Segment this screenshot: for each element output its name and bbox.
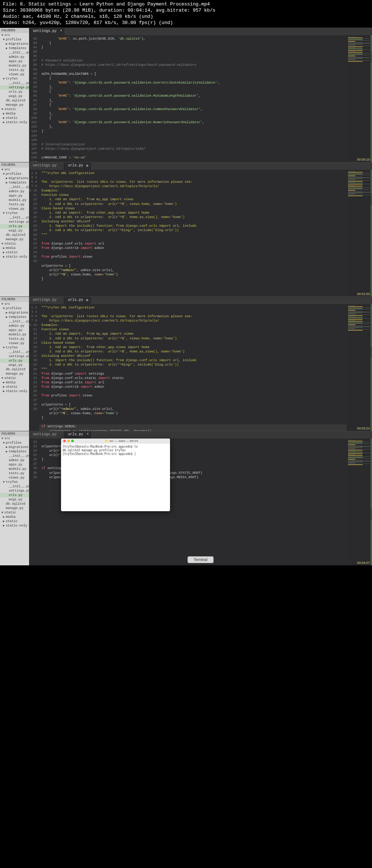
tree-item[interactable]: urls.py	[0, 224, 29, 229]
minimap[interactable]	[347, 170, 372, 296]
tree-item[interactable]: views.py	[0, 207, 29, 211]
tree-item[interactable]: __init__.py	[0, 350, 29, 354]
tree-item[interactable]: ▶migrations	[0, 311, 29, 315]
tree-item[interactable]: db.sqlite3	[0, 98, 29, 103]
tree-item[interactable]: ▶templates	[0, 449, 29, 454]
tree-item[interactable]: db.sqlite3	[0, 367, 29, 372]
tree-item[interactable]: wsgi.py	[0, 363, 29, 367]
tree-item[interactable]: db.sqlite3	[0, 502, 29, 506]
tree-item[interactable]: ▼static	[0, 107, 29, 112]
tree-item[interactable]: urls.py	[0, 493, 29, 497]
tree-item[interactable]: ▼profiles	[0, 172, 29, 176]
tree-item[interactable]: apps.py	[0, 59, 29, 64]
tree-item[interactable]: ▼tryTen	[0, 77, 29, 81]
tab[interactable]: urls.py	[64, 162, 91, 170]
tab[interactable]: settings.py	[29, 162, 64, 170]
tree-item[interactable]: admin.py	[0, 324, 29, 328]
tree-item[interactable]: __init__.py	[0, 81, 29, 85]
tree-item[interactable]: wsgi.py	[0, 497, 29, 502]
tree-item[interactable]: manage.py	[0, 372, 29, 376]
minimap[interactable]	[347, 35, 372, 162]
tree-item[interactable]: ▼profiles	[0, 37, 29, 42]
tab[interactable]: settings.py×	[29, 28, 64, 35]
tree-item[interactable]: ▶media	[0, 380, 29, 385]
tree-item[interactable]: ▶templates	[0, 181, 29, 185]
tree-item[interactable]: ▼static	[0, 242, 29, 246]
tree-item[interactable]: ▶static-only	[0, 255, 29, 259]
close-icon[interactable]: ×	[87, 432, 89, 436]
tree-item[interactable]: models.py	[0, 64, 29, 68]
tree-item[interactable]: ▼src	[0, 302, 29, 306]
tree-item[interactable]: ▶media	[0, 515, 29, 519]
tree-item[interactable]: ▶static	[0, 385, 29, 389]
code-content[interactable]: 'NAME': os.path.join(BASE_DIR, 'db.sqlit…	[39, 35, 347, 162]
tree-item[interactable]: tests.py	[0, 68, 29, 72]
tree-item[interactable]: ▶migrations	[0, 445, 29, 449]
code-content[interactable]: """tryTen URL Configuration The `urlpatt…	[39, 170, 347, 296]
tree-item[interactable]: urls.py	[0, 359, 29, 363]
tree-item[interactable]: admin.py	[0, 458, 29, 463]
tree-item[interactable]: ▶migrations	[0, 176, 29, 181]
code-area[interactable]: 1 2 3 4 5 6 7 8 9 10 11 12 13 14 15 16 1…	[29, 304, 372, 431]
minimap[interactable]	[347, 304, 372, 431]
tree-item[interactable]: ▶static	[0, 519, 29, 524]
tree-item[interactable]: apps.py	[0, 463, 29, 467]
tree-item[interactable]: db.sqlite3	[0, 233, 29, 237]
tree-item[interactable]: __init__.py	[0, 215, 29, 220]
terminal-body[interactable]: [tryTen]Daniels-MacBook-Pro:src appcode$…	[61, 444, 170, 458]
tree-item[interactable]: __init__.py	[0, 319, 29, 324]
tree-item[interactable]: apps.py	[0, 194, 29, 198]
tree-item[interactable]: ▶templates	[0, 315, 29, 319]
tree-item[interactable]: tests.py	[0, 337, 29, 341]
tree-item[interactable]: settings.py	[0, 220, 29, 224]
terminal-titlebar[interactable]: 📁 src — -bash — 80×24	[61, 439, 170, 444]
tree-item[interactable]: ▼src	[0, 33, 29, 37]
tree-item[interactable]: ▼tryTen	[0, 480, 29, 484]
terminal-button[interactable]: Terminal	[187, 556, 214, 563]
tree-item[interactable]: ▼tryTen	[0, 346, 29, 350]
minimap[interactable]	[347, 439, 372, 565]
tree-item[interactable]: ▶static-only	[0, 524, 29, 528]
tree-item[interactable]: tests.py	[0, 471, 29, 476]
tab[interactable]: settings.py	[29, 297, 64, 304]
tree-item[interactable]: __init__.py	[0, 484, 29, 489]
tree-item[interactable]: ▼profiles	[0, 306, 29, 311]
tree-item[interactable]: manage.py	[0, 103, 29, 107]
maximize-window-icon[interactable]	[71, 440, 74, 442]
tree-item[interactable]: ▶static	[0, 250, 29, 255]
close-icon[interactable]: ×	[60, 29, 62, 33]
tree-item[interactable]: manage.py	[0, 237, 29, 242]
tree-item[interactable]: ▼tryTen	[0, 211, 29, 215]
tree-item[interactable]: views.py	[0, 476, 29, 480]
tree-item[interactable]: tests.py	[0, 202, 29, 207]
tree-item[interactable]: settings.py	[0, 489, 29, 493]
tree-item[interactable]: apps.py	[0, 328, 29, 332]
tree-item[interactable]: urls.py	[0, 90, 29, 94]
tree-item[interactable]: ▶static-only	[0, 389, 29, 393]
tab[interactable]: urls.py	[64, 297, 91, 304]
tree-item[interactable]: __init__.py	[0, 454, 29, 458]
tree-item[interactable]: models.py	[0, 198, 29, 202]
tree-item[interactable]: views.py	[0, 72, 29, 77]
terminal-window[interactable]: 📁 src — -bash — 80×24 [tryTen]Daniels-Ma…	[61, 439, 170, 511]
tree-item[interactable]: wsgi.py	[0, 229, 29, 233]
tree-item[interactable]: ▶migrations	[0, 42, 29, 46]
tree-item[interactable]: ▼src	[0, 167, 29, 172]
tree-item[interactable]: manage.py	[0, 506, 29, 510]
code-area[interactable]: 82 83 84 85 86 87 88 89 90 91 92 93 94 9…	[29, 35, 372, 162]
minimize-window-icon[interactable]	[67, 440, 70, 442]
tab[interactable]: urls.py×	[64, 431, 91, 439]
tree-item[interactable]: admin.py	[0, 55, 29, 59]
tree-item[interactable]: ▶static-only	[0, 120, 29, 125]
tree-item[interactable]: settings.py	[0, 85, 29, 90]
tree-item[interactable]: ▼static	[0, 510, 29, 515]
tree-item[interactable]: models.py	[0, 332, 29, 337]
tree-item[interactable]: models.py	[0, 467, 29, 471]
tree-item[interactable]: ▶templates	[0, 46, 29, 51]
close-window-icon[interactable]	[63, 440, 66, 442]
code-area[interactable]: 1 2 3 4 5 6 7 8 9 10 11 12 13 14 15 16 1…	[29, 170, 372, 296]
tree-item[interactable]: __init__.py	[0, 51, 29, 55]
tree-item[interactable]: admin.py	[0, 189, 29, 194]
tree-item[interactable]: ▼profiles	[0, 441, 29, 445]
tree-item[interactable]: ▼static	[0, 376, 29, 380]
